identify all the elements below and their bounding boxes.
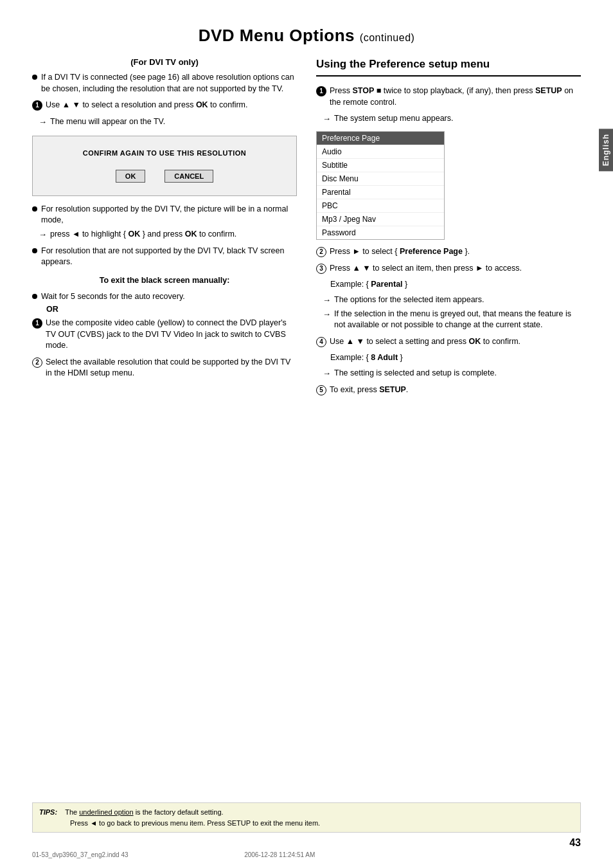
- continued-text: (continued): [360, 32, 415, 43]
- arrow-icon: →: [39, 116, 47, 128]
- left-step-1-arrow-text: The menu will appear on the TV.: [50, 116, 165, 128]
- tips-bar: TIPS: The underlined option is the facto…: [32, 802, 581, 833]
- two-col-layout: (For DVI TV only) If a DVI TV is connect…: [32, 57, 581, 401]
- left-bullet-2-arrow: → press ◄ to highlight { OK } and press …: [39, 229, 297, 240]
- right-step-badge-2: 2: [316, 247, 326, 257]
- pref-menu-row-2: Subtitle: [317, 159, 444, 172]
- tips-line1: The underlined option is the factory def…: [65, 808, 223, 816]
- left-step-b: 2 Select the available resolution that c…: [32, 357, 297, 379]
- pref-menu-row-0: Preference Page: [317, 132, 444, 145]
- left-bullet-3: For resolution that are not supported by…: [32, 246, 297, 268]
- arrow-icon-r1: →: [323, 113, 331, 125]
- left-step-a-text: Use the composite video cable (yellow) t…: [46, 318, 297, 352]
- right-section-header: Using the Preference setup menu: [316, 57, 581, 77]
- bullet-icon-3: [32, 248, 37, 253]
- bullet-icon: [32, 75, 37, 80]
- page-number: 43: [569, 837, 581, 849]
- right-step-1-arrow-text: The system setup menu appears.: [334, 113, 454, 125]
- right-step-3-example: Example: { Parental }: [330, 279, 581, 291]
- left-step-1-arrow: → The menu will appear on the TV.: [39, 116, 297, 128]
- arrow-icon-r3a: →: [323, 294, 331, 306]
- page-title: DVD Menu Options (continued): [32, 26, 581, 46]
- bullet-icon-4: [32, 294, 37, 299]
- right-step-4-arrow-1: → The setting is selected and setup is c…: [323, 368, 581, 379]
- pref-menu-row-5: PBC: [317, 199, 444, 213]
- pref-menu-row-3: Disc Menu: [317, 172, 444, 186]
- pref-menu-row-7: Password: [317, 226, 444, 239]
- tips-label: TIPS:: [39, 808, 57, 816]
- right-step-3-arrow-2: → If the selection in the menu is greyed…: [323, 309, 581, 331]
- dialog-ok-button[interactable]: OK: [116, 170, 146, 183]
- left-section-header: (For DVI TV only): [32, 57, 297, 67]
- right-step-3-arrow-2-text: If the selection in the menu is greyed o…: [334, 309, 581, 331]
- right-column: Using the Preference setup menu 1 Press …: [316, 57, 581, 401]
- tips-line2: Press ◄ to go back to previous menu item…: [70, 819, 320, 827]
- arrow-icon-r4a: →: [323, 368, 331, 379]
- footer-info: 01-53_dvp3960_37_eng2.indd 43 2006-12-28…: [32, 851, 315, 858]
- right-step-badge-5: 5: [316, 385, 326, 395]
- arrow-icon-2: →: [39, 229, 47, 240]
- dialog-box: CONFIRM AGAIN TO USE THIS RESOLUTION OK …: [32, 136, 297, 196]
- title-text: DVD Menu Options: [199, 26, 355, 45]
- pref-menu-row-1: Audio: [317, 145, 444, 159]
- right-step-4-text: Use ▲ ▼ to select a setting and press OK…: [330, 336, 581, 348]
- right-step-3: 3 Press ▲ ▼ to select an item, then pres…: [316, 263, 581, 275]
- step-badge-b: 2: [32, 357, 42, 368]
- left-bullet-1: If a DVI TV is connected (see page 16) a…: [32, 72, 297, 95]
- underline-option: underlined option: [79, 808, 133, 816]
- right-step-1: 1 Press STOP ■ twice to stop playback, (…: [316, 86, 581, 108]
- right-step-3-arrow-1-text: The options for the selected item appear…: [334, 294, 484, 306]
- left-bullet-2-arrow-text: press ◄ to highlight { OK } and press OK…: [50, 229, 236, 240]
- right-step-3-text: Press ▲ ▼ to select an item, then press …: [330, 263, 581, 275]
- right-step-1-text: Press STOP ■ twice to stop playback, (if…: [330, 86, 581, 108]
- english-sidebar-label: English: [599, 129, 613, 171]
- right-step-3-arrow-1: → The options for the selected item appe…: [323, 294, 581, 306]
- dialog-cancel-button[interactable]: CANCEL: [164, 170, 213, 183]
- right-step-2: 2 Press ► to select { Preference Page }.: [316, 246, 581, 258]
- wait-bullet-text: Wait for 5 seconds for the auto recovery…: [41, 291, 297, 303]
- footer-date: 2006-12-28 11:24:51 AM: [244, 851, 315, 858]
- preference-menu-box: Preference Page Audio Subtitle Disc Menu…: [316, 131, 445, 240]
- or-text: OR: [46, 305, 297, 314]
- right-step-badge-1: 1: [316, 86, 326, 96]
- left-step-a: 1 Use the composite video cable (yellow)…: [32, 318, 297, 352]
- left-step-b-text: Select the available resolution that cou…: [46, 357, 297, 379]
- right-step-2-text: Press ► to select { Preference Page }.: [330, 246, 581, 258]
- bullet-icon-2: [32, 206, 37, 212]
- pref-menu-row-6: Mp3 / Jpeg Nav: [317, 213, 444, 226]
- right-step-badge-4: 4: [316, 337, 326, 347]
- right-step-4: 4 Use ▲ ▼ to select a setting and press …: [316, 336, 581, 348]
- pref-menu-row-4: Parental: [317, 186, 444, 199]
- right-step-badge-3: 3: [316, 264, 326, 274]
- wait-bullet: Wait for 5 seconds for the auto recovery…: [32, 291, 297, 303]
- left-bullet-3-text: For resolution that are not supported by…: [41, 246, 297, 268]
- step-badge-a: 1: [32, 318, 42, 329]
- dialog-title: CONFIRM AGAIN TO USE THIS RESOLUTION: [42, 149, 287, 157]
- black-screen-title: To exit the black screen manually:: [32, 276, 297, 285]
- right-step-1-arrow: → The system setup menu appears.: [323, 113, 581, 125]
- arrow-icon-r3b: →: [323, 309, 331, 320]
- dialog-buttons: OK CANCEL: [42, 170, 287, 183]
- left-bullet-2-text: For resolution supported by the DVI TV, …: [41, 204, 297, 226]
- right-step-5: 5 To exit, press SETUP.: [316, 384, 581, 396]
- footer-file: 01-53_dvp3960_37_eng2.indd 43: [32, 851, 129, 858]
- left-step-1-text: Use ▲ ▼ to select a resolution and press…: [46, 100, 297, 111]
- left-bullet-1-text: If a DVI TV is connected (see page 16) a…: [41, 72, 297, 95]
- page-container: DVD Menu Options (continued) English (Fo…: [0, 0, 613, 868]
- left-step-1: 1 Use ▲ ▼ to select a resolution and pre…: [32, 100, 297, 111]
- step-badge-1: 1: [32, 100, 42, 111]
- right-step-4-arrow-1-text: The setting is selected and setup is com…: [334, 368, 497, 379]
- right-step-5-text: To exit, press SETUP.: [330, 384, 581, 396]
- left-bullet-2: For resolution supported by the DVI TV, …: [32, 204, 297, 226]
- left-column: (For DVI TV only) If a DVI TV is connect…: [32, 57, 297, 401]
- right-step-4-example: Example: { 8 Adult }: [330, 352, 581, 364]
